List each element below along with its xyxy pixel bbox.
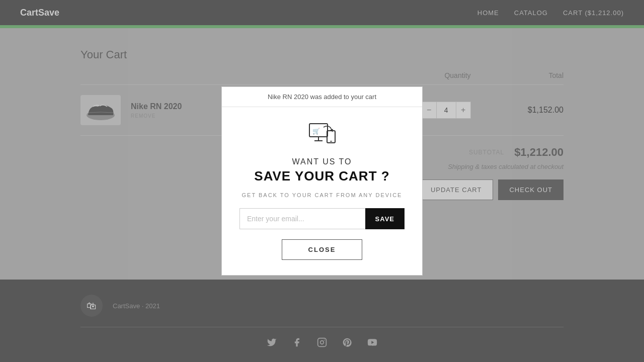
modal-overlay: Nike RN 2020 was added to your cart 🛒 [0, 0, 644, 362]
modal-body: 🛒 WANT US TO SAVE YOUR CART ? GET BACK T… [222, 107, 422, 275]
modal-notification: Nike RN 2020 was added to your cart [222, 87, 422, 107]
cart-devices-icon: 🛒 [304, 120, 340, 150]
modal-title-sub: WANT US TO [239, 157, 405, 166]
close-button[interactable]: CLOSE [282, 239, 362, 260]
modal-subtitle: GET BACK TO YOUR CART FROM ANY DEVICE [239, 192, 405, 198]
save-cart-modal: Nike RN 2020 was added to your cart 🛒 [221, 86, 423, 276]
email-input[interactable] [239, 208, 365, 229]
modal-title-main: SAVE YOUR CART ? [239, 168, 405, 184]
modal-email-row: SAVE [239, 208, 405, 229]
svg-text:🛒: 🛒 [312, 127, 320, 135]
cart-save-icon: 🛒 [304, 120, 340, 150]
save-button[interactable]: SAVE [365, 208, 405, 229]
